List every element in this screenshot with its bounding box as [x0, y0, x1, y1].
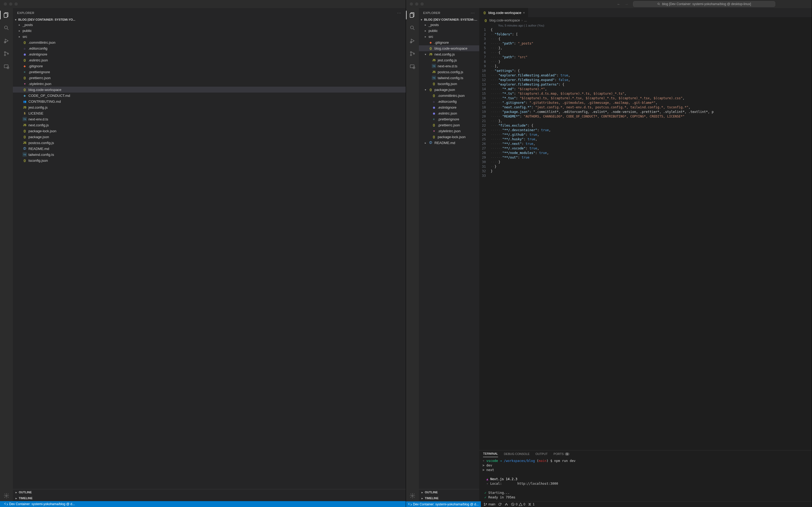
folder-item[interactable]: ▸public: [419, 27, 479, 34]
file-item[interactable]: ≡.prettierignore: [419, 116, 479, 122]
file-item[interactable]: ▾.stylelintrc.json: [13, 81, 406, 87]
file-item[interactable]: JSjest.config.js: [419, 57, 479, 63]
settings-gear-icon[interactable]: [0, 490, 13, 501]
more-icon[interactable]: ···: [397, 11, 401, 14]
run-debug-icon[interactable]: [406, 36, 419, 46]
folder-section[interactable]: ▾ BLOG [DEV CONTAINER: SYSTEMI-YO...: [13, 17, 406, 22]
remote-indicator[interactable]: Dev Container: systemi-yokohama/blog @ d…: [2, 501, 77, 507]
settings-gear-icon[interactable]: [406, 490, 419, 501]
timeline-section[interactable]: ▸TIMELINE: [419, 495, 479, 501]
minimize-dot[interactable]: [415, 2, 418, 6]
breadcrumbs[interactable]: {} blog.code-workspace › ...: [479, 17, 812, 23]
file-item[interactable]: ◉.eslintignore: [419, 104, 479, 110]
file-item[interactable]: {}package.json: [13, 134, 406, 140]
folder-item[interactable]: ▸src: [13, 34, 406, 40]
code-content[interactable]: { ··"folders": [ ····{ ······"path": "_p…: [491, 27, 812, 450]
folder-section[interactable]: ▾ BLOG [DEV CONTAINER: SYSTEMI-YO...: [419, 17, 479, 22]
output-tab[interactable]: OUTPUT: [536, 452, 548, 457]
sync-icon[interactable]: [498, 502, 502, 506]
command-center[interactable]: blog [Dev Container: systemi-yokohama/bl…: [633, 1, 775, 7]
breadcrumb-item[interactable]: ...: [524, 18, 527, 22]
editor-tab[interactable]: {} blog.code-workspace ×: [479, 8, 528, 17]
file-item[interactable]: TSnext-env.d.ts: [419, 63, 479, 69]
file-item[interactable]: {}package-lock.json: [13, 128, 406, 134]
file-item[interactable]: {}package-lock.json: [419, 134, 479, 140]
nav-forward-icon[interactable]: →: [625, 2, 628, 6]
folder-item[interactable]: ▸ⓘREADME.md: [419, 140, 479, 146]
file-item[interactable]: {}blog.code-workspace: [419, 45, 479, 51]
svg-line-17: [413, 29, 415, 30]
file-item[interactable]: {}.commitlintrc.json: [419, 93, 479, 99]
debug-console-tab[interactable]: DEBUG CONSOLE: [504, 452, 530, 457]
window-controls[interactable]: [409, 2, 425, 6]
folder-item[interactable]: ▸public: [13, 27, 406, 34]
file-item[interactable]: ▾.stylelintrc.json: [419, 128, 479, 134]
explorer-icon[interactable]: [406, 10, 419, 20]
more-icon[interactable]: ···: [471, 11, 475, 14]
remote-explorer-icon[interactable]: [0, 61, 13, 72]
git-branch[interactable]: main: [484, 502, 495, 506]
file-item[interactable]: JSnext.config.js: [13, 122, 406, 128]
timeline-section[interactable]: ▸TIMELINE: [13, 495, 406, 501]
problems[interactable]: 0 0: [511, 502, 525, 506]
file-item[interactable]: ≡.prettierignore: [13, 69, 406, 75]
code-lens[interactable]: You, 5 minutes ago | 1 author (You): [479, 23, 812, 27]
minimize-dot[interactable]: [9, 2, 12, 6]
file-item[interactable]: ◉.eslintrc.json: [419, 110, 479, 116]
file-tree[interactable]: ▸_posts▸public▸src{}.commitlintrc.json⌂.…: [13, 22, 406, 489]
folder-item[interactable]: ▸src: [419, 34, 479, 40]
file-item[interactable]: ◉.eslintignore: [13, 51, 406, 57]
explorer-icon[interactable]: [0, 10, 13, 20]
file-item[interactable]: ⌂.editorconfig: [419, 99, 479, 104]
window-controls[interactable]: [3, 2, 19, 6]
file-item[interactable]: {}.commitlintrc.json: [13, 40, 406, 45]
file-item[interactable]: ⌂.editorconfig: [13, 45, 406, 51]
search-icon[interactable]: [406, 22, 419, 33]
file-item[interactable]: 👥CONTRIBUTING.md: [13, 99, 406, 104]
ports-status[interactable]: 1: [528, 502, 535, 506]
file-item[interactable]: {}.prettierrc.json: [419, 122, 479, 128]
remote-explorer-icon[interactable]: [406, 61, 419, 72]
file-item[interactable]: {}.eslintrc.json: [13, 57, 406, 63]
close-dot[interactable]: [4, 2, 7, 6]
folder-item[interactable]: ▸_posts: [13, 22, 406, 27]
file-name: .eslintignore: [438, 105, 456, 109]
outline-section[interactable]: ▸OUTLINE: [419, 489, 479, 495]
close-icon[interactable]: ×: [523, 11, 525, 15]
file-item[interactable]: {}.prettierrc.json: [13, 75, 406, 81]
search-icon[interactable]: [0, 22, 13, 33]
file-item[interactable]: JSpostcss.config.js: [419, 69, 479, 75]
remote-indicator[interactable]: Dev Container: systemi-yokohama/blog @ d…: [406, 501, 481, 507]
file-item[interactable]: ▾{}package.json: [419, 87, 479, 93]
live-share-icon[interactable]: [504, 502, 508, 506]
file-item[interactable]: §LICENSE: [13, 110, 406, 116]
file-tree[interactable]: ▸_posts▸public▸src◆.gitignore{}blog.code…: [419, 22, 479, 489]
file-item[interactable]: {}blog.code-workspace: [13, 87, 406, 93]
run-debug-icon[interactable]: [0, 36, 13, 46]
file-item[interactable]: {}tsconfig.json: [419, 81, 479, 87]
source-control-icon[interactable]: [0, 48, 13, 59]
file-item[interactable]: ▾JSnext.config.js: [419, 51, 479, 57]
file-item[interactable]: TStailwind.config.ts: [419, 75, 479, 81]
file-item[interactable]: TSnext-env.d.ts: [13, 116, 406, 122]
close-dot[interactable]: [410, 2, 413, 6]
file-item[interactable]: ◆.gitignore: [419, 40, 479, 45]
file-item[interactable]: ◆.gitignore: [13, 63, 406, 69]
nav-back-icon[interactable]: ←: [617, 2, 620, 6]
file-item[interactable]: ⓘREADME.md: [13, 146, 406, 152]
zoom-dot[interactable]: [421, 2, 424, 6]
file-item[interactable]: {}tsconfig.json: [13, 158, 406, 163]
file-item[interactable]: TStailwind.config.ts: [13, 152, 406, 158]
code-editor[interactable]: 1234567891011121314151617181920212223242…: [479, 27, 812, 450]
ports-tab[interactable]: PORTS1: [554, 452, 570, 457]
breadcrumb-item[interactable]: blog.code-workspace: [489, 18, 520, 22]
outline-section[interactable]: ▸OUTLINE: [13, 489, 406, 495]
folder-item[interactable]: ▸_posts: [419, 22, 479, 27]
terminal-output[interactable]: ◦ vscode → /workspaces/blog (main) $ npm…: [479, 457, 812, 501]
file-item[interactable]: JSjest.config.js: [13, 104, 406, 110]
zoom-dot[interactable]: [14, 2, 18, 6]
file-item[interactable]: JSpostcss.config.js: [13, 140, 406, 146]
source-control-icon[interactable]: [406, 48, 419, 59]
terminal-tab[interactable]: TERMINAL: [483, 452, 498, 457]
file-item[interactable]: ◆CODE_OF_CONDUCT.md: [13, 93, 406, 99]
